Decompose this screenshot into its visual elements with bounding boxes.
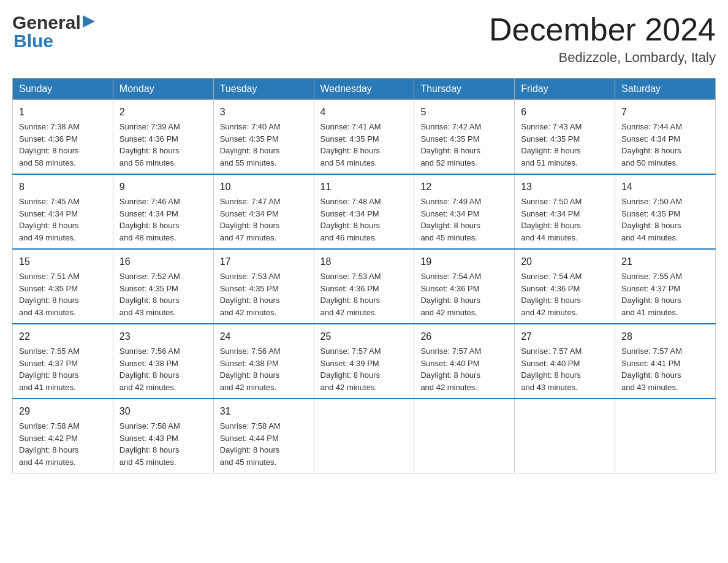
day-number: 28 [621, 329, 709, 344]
day-info: Sunrise: 7:55 AMSunset: 4:37 PMDaylight:… [621, 272, 682, 317]
day-number: 18 [320, 255, 408, 269]
day-info: Sunrise: 7:53 AMSunset: 4:35 PMDaylight:… [220, 272, 281, 317]
day-number: 29 [19, 404, 107, 419]
calendar-week-3: 15 Sunrise: 7:51 AMSunset: 4:35 PMDaylig… [13, 249, 716, 324]
calendar-cell: 29 Sunrise: 7:58 AMSunset: 4:42 PMDaylig… [13, 399, 113, 473]
day-info: Sunrise: 7:49 AMSunset: 4:34 PMDaylight:… [420, 197, 481, 242]
calendar-cell: 17 Sunrise: 7:53 AMSunset: 4:35 PMDaylig… [213, 249, 314, 324]
day-info: Sunrise: 7:57 AMSunset: 4:40 PMDaylight:… [521, 347, 582, 392]
day-info: Sunrise: 7:58 AMSunset: 4:43 PMDaylight:… [119, 421, 180, 467]
day-number: 10 [220, 180, 308, 194]
day-info: Sunrise: 7:43 AMSunset: 4:35 PMDaylight:… [521, 122, 582, 167]
day-info: Sunrise: 7:50 AMSunset: 4:35 PMDaylight:… [621, 197, 682, 242]
day-info: Sunrise: 7:57 AMSunset: 4:40 PMDaylight:… [420, 347, 481, 392]
day-info: Sunrise: 7:52 AMSunset: 4:35 PMDaylight:… [119, 272, 180, 317]
logo: General Blue [12, 12, 95, 52]
calendar-cell: 21 Sunrise: 7:55 AMSunset: 4:37 PMDaylig… [615, 249, 716, 324]
day-number: 22 [19, 329, 107, 344]
day-info: Sunrise: 7:53 AMSunset: 4:36 PMDaylight:… [320, 272, 381, 317]
day-number: 3 [220, 105, 308, 120]
day-number: 25 [320, 329, 408, 344]
calendar-cell: 16 Sunrise: 7:52 AMSunset: 4:35 PMDaylig… [113, 249, 213, 324]
calendar-cell: 12 Sunrise: 7:49 AMSunset: 4:34 PMDaylig… [414, 174, 515, 249]
page-header: General Blue December 2024 Bedizzole, Lo… [12, 12, 716, 66]
day-info: Sunrise: 7:44 AMSunset: 4:34 PMDaylight:… [621, 122, 682, 167]
calendar-week-2: 8 Sunrise: 7:45 AMSunset: 4:34 PMDayligh… [13, 174, 716, 249]
logo-general: General [12, 12, 81, 33]
calendar-cell: 8 Sunrise: 7:45 AMSunset: 4:34 PMDayligh… [13, 174, 113, 249]
calendar-cell: 10 Sunrise: 7:47 AMSunset: 4:34 PMDaylig… [213, 174, 314, 249]
day-info: Sunrise: 7:48 AMSunset: 4:34 PMDaylight:… [320, 197, 381, 242]
calendar-cell: 3 Sunrise: 7:40 AMSunset: 4:35 PMDayligh… [213, 100, 314, 175]
day-info: Sunrise: 7:56 AMSunset: 4:38 PMDaylight:… [119, 347, 180, 392]
day-info: Sunrise: 7:39 AMSunset: 4:36 PMDaylight:… [119, 122, 180, 167]
day-number: 5 [420, 105, 508, 120]
calendar-cell: 30 Sunrise: 7:58 AMSunset: 4:43 PMDaylig… [113, 399, 213, 473]
location-title: Bedizzole, Lombardy, Italy [489, 50, 716, 66]
weekday-header-thursday: Thursday [414, 79, 515, 100]
day-info: Sunrise: 7:46 AMSunset: 4:34 PMDaylight:… [119, 197, 180, 242]
day-info: Sunrise: 7:54 AMSunset: 4:36 PMDaylight:… [420, 272, 481, 317]
day-info: Sunrise: 7:50 AMSunset: 4:34 PMDaylight:… [521, 197, 582, 242]
day-number: 14 [621, 180, 709, 194]
day-number: 4 [320, 105, 408, 120]
calendar-cell [515, 399, 615, 473]
calendar-cell: 20 Sunrise: 7:54 AMSunset: 4:36 PMDaylig… [515, 249, 615, 324]
calendar-table: SundayMondayTuesdayWednesdayThursdayFrid… [12, 78, 716, 473]
day-number: 8 [19, 180, 107, 194]
calendar-week-1: 1 Sunrise: 7:38 AMSunset: 4:36 PMDayligh… [13, 100, 716, 175]
day-number: 23 [119, 329, 207, 344]
calendar-cell: 6 Sunrise: 7:43 AMSunset: 4:35 PMDayligh… [515, 100, 615, 175]
day-number: 30 [119, 404, 207, 419]
calendar-cell [414, 399, 515, 473]
day-number: 7 [621, 105, 709, 120]
day-info: Sunrise: 7:54 AMSunset: 4:36 PMDaylight:… [521, 272, 582, 317]
calendar-cell: 26 Sunrise: 7:57 AMSunset: 4:40 PMDaylig… [414, 324, 515, 399]
weekday-header-wednesday: Wednesday [314, 79, 414, 100]
weekday-header-monday: Monday [113, 79, 213, 100]
day-info: Sunrise: 7:57 AMSunset: 4:41 PMDaylight:… [621, 347, 682, 392]
weekday-header-friday: Friday [515, 79, 615, 100]
calendar-cell [314, 399, 414, 473]
day-info: Sunrise: 7:47 AMSunset: 4:34 PMDaylight:… [220, 197, 281, 242]
day-info: Sunrise: 7:38 AMSunset: 4:36 PMDaylight:… [19, 122, 80, 167]
day-number: 31 [220, 404, 308, 419]
logo-blue-text: Blue [13, 31, 53, 52]
day-number: 24 [220, 329, 308, 344]
svg-marker-0 [83, 15, 95, 28]
day-info: Sunrise: 7:41 AMSunset: 4:35 PMDaylight:… [320, 122, 381, 167]
calendar-cell: 28 Sunrise: 7:57 AMSunset: 4:41 PMDaylig… [615, 324, 716, 399]
day-number: 17 [220, 255, 308, 269]
calendar-cell: 19 Sunrise: 7:54 AMSunset: 4:36 PMDaylig… [414, 249, 515, 324]
calendar-cell: 13 Sunrise: 7:50 AMSunset: 4:34 PMDaylig… [515, 174, 615, 249]
day-info: Sunrise: 7:45 AMSunset: 4:34 PMDaylight:… [19, 197, 80, 242]
calendar-week-4: 22 Sunrise: 7:55 AMSunset: 4:37 PMDaylig… [13, 324, 716, 399]
day-number: 21 [621, 255, 709, 269]
calendar-cell: 2 Sunrise: 7:39 AMSunset: 4:36 PMDayligh… [113, 100, 213, 175]
calendar-cell: 4 Sunrise: 7:41 AMSunset: 4:35 PMDayligh… [314, 100, 414, 175]
calendar-cell: 25 Sunrise: 7:57 AMSunset: 4:39 PMDaylig… [314, 324, 414, 399]
day-number: 13 [521, 180, 609, 194]
day-number: 19 [420, 255, 508, 269]
calendar-cell: 5 Sunrise: 7:42 AMSunset: 4:35 PMDayligh… [414, 100, 515, 175]
calendar-cell: 18 Sunrise: 7:53 AMSunset: 4:36 PMDaylig… [314, 249, 414, 324]
month-title: December 2024 [489, 12, 716, 47]
calendar-cell: 22 Sunrise: 7:55 AMSunset: 4:37 PMDaylig… [13, 324, 113, 399]
calendar-cell: 11 Sunrise: 7:48 AMSunset: 4:34 PMDaylig… [314, 174, 414, 249]
calendar-cell [615, 399, 716, 473]
day-number: 26 [420, 329, 508, 344]
calendar-cell: 24 Sunrise: 7:56 AMSunset: 4:38 PMDaylig… [213, 324, 314, 399]
day-number: 16 [119, 255, 207, 269]
calendar-cell: 9 Sunrise: 7:46 AMSunset: 4:34 PMDayligh… [113, 174, 213, 249]
day-info: Sunrise: 7:42 AMSunset: 4:35 PMDaylight:… [420, 122, 481, 167]
day-info: Sunrise: 7:55 AMSunset: 4:37 PMDaylight:… [19, 347, 80, 392]
day-number: 9 [119, 180, 207, 194]
calendar-cell: 27 Sunrise: 7:57 AMSunset: 4:40 PMDaylig… [515, 324, 615, 399]
day-number: 1 [19, 105, 107, 120]
logo-arrow [83, 15, 95, 30]
title-section: December 2024 Bedizzole, Lombardy, Italy [489, 12, 716, 66]
day-number: 15 [19, 255, 107, 269]
logo-text: General [12, 12, 95, 33]
weekday-header-saturday: Saturday [615, 79, 716, 100]
weekday-header-row: SundayMondayTuesdayWednesdayThursdayFrid… [13, 79, 716, 100]
